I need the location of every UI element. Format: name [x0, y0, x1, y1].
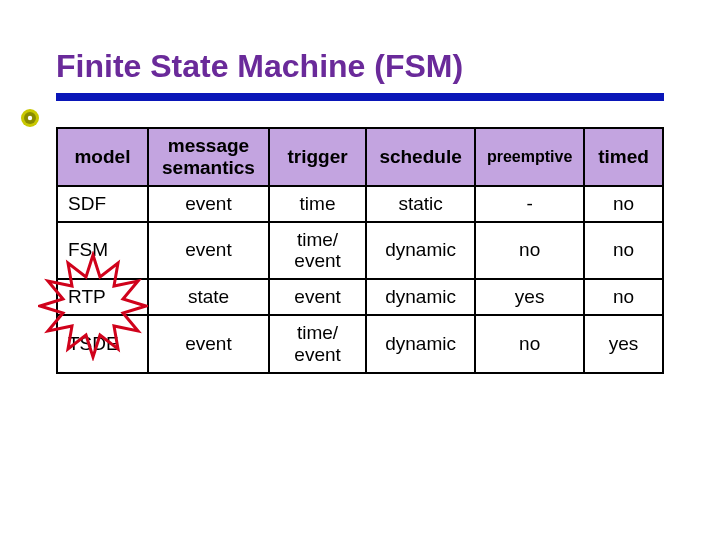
cell-schedule: static	[366, 186, 475, 222]
th-timed: timed	[584, 128, 663, 186]
cell-message-semantics: event	[148, 186, 269, 222]
table-row: TSDE event time/event dynamic no yes	[57, 315, 663, 373]
table-header-row: model messagesemantics trigger schedule …	[57, 128, 663, 186]
cell-model: RTP	[57, 279, 148, 315]
cell-message-semantics: state	[148, 279, 269, 315]
table-row: FSM event time/event dynamic no no	[57, 222, 663, 280]
table-row: SDF event time static - no	[57, 186, 663, 222]
svg-point-2	[28, 116, 32, 120]
cell-trigger: time/event	[269, 315, 366, 373]
th-trigger: trigger	[269, 128, 366, 186]
cell-timed: yes	[584, 315, 663, 373]
title-underline	[56, 93, 664, 101]
th-schedule: schedule	[366, 128, 475, 186]
th-model: model	[57, 128, 148, 186]
cell-trigger: event	[269, 279, 366, 315]
cell-message-semantics: event	[148, 222, 269, 280]
cell-preemptive: yes	[475, 279, 584, 315]
table-row: RTP state event dynamic yes no	[57, 279, 663, 315]
cell-model: TSDE	[57, 315, 148, 373]
th-message-semantics: messagesemantics	[148, 128, 269, 186]
bullet-icon	[20, 108, 40, 128]
cell-schedule: dynamic	[366, 222, 475, 280]
cell-model: SDF	[57, 186, 148, 222]
cell-timed: no	[584, 222, 663, 280]
cell-trigger: time/event	[269, 222, 366, 280]
cell-trigger: time	[269, 186, 366, 222]
cell-model: FSM	[57, 222, 148, 280]
cell-schedule: dynamic	[366, 279, 475, 315]
cell-preemptive: -	[475, 186, 584, 222]
comparison-table: model messagesemantics trigger schedule …	[56, 127, 664, 374]
cell-preemptive: no	[475, 315, 584, 373]
cell-preemptive: no	[475, 222, 584, 280]
cell-timed: no	[584, 279, 663, 315]
slide-title: Finite State Machine (FSM)	[56, 48, 664, 85]
cell-message-semantics: event	[148, 315, 269, 373]
th-preemptive: preemptive	[475, 128, 584, 186]
cell-timed: no	[584, 186, 663, 222]
cell-schedule: dynamic	[366, 315, 475, 373]
